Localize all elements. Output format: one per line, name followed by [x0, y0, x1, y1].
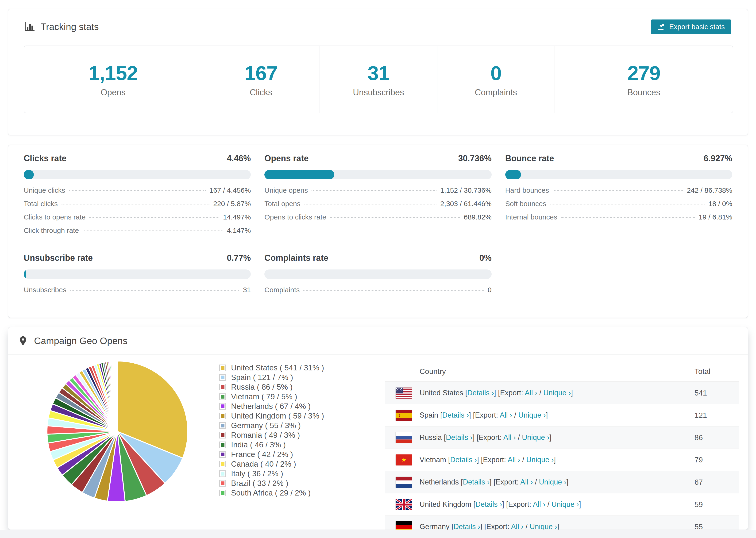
bounce-rate-bar	[505, 170, 732, 179]
geo-title: Campaign Geo Opens	[34, 336, 128, 346]
stat-bounces: 279 Bounces	[555, 46, 733, 113]
stat-opens: 1,152 Opens	[24, 46, 202, 113]
geo-legend: United States ( 541 / 31% ) Spain ( 121 …	[219, 363, 324, 498]
country-total: 55	[694, 522, 703, 530]
stat-unsubscribes: 31 Unsubscribes	[320, 46, 437, 113]
details-link[interactable]: Details ›	[467, 389, 494, 397]
table-row-vietnam: Vietnam [Details ›] [Export: All › / Uni…	[385, 449, 739, 471]
stats-summary-box: 1,152 Opens 167 Clicks 31 Unsubscribes 0…	[24, 45, 733, 113]
details-link[interactable]: Details ›	[463, 478, 490, 486]
us-flag-icon	[396, 388, 412, 399]
export-all-link[interactable]: All ›	[511, 522, 523, 530]
export-unique-link[interactable]: Unique ›	[518, 411, 546, 419]
legend-swatch	[220, 365, 225, 371]
export-basic-stats-button[interactable]: Export basic stats	[651, 20, 731, 34]
complaints-rate-block: Complaints rate 0% Complaints0	[264, 253, 491, 299]
country-total: 79	[694, 456, 703, 464]
campaign-geo-opens-card: Campaign Geo Opens United States ( 541 /…	[8, 327, 748, 530]
opens-rate-block: Opens rate 30.736% Unique opens1,152 / 3…	[264, 153, 491, 240]
netherlands-flag-icon	[396, 477, 412, 488]
export-icon	[657, 23, 665, 31]
legend-swatch	[220, 423, 225, 428]
tracking-stats-header: Tracking stats	[24, 21, 99, 32]
uk-flag-icon	[396, 499, 412, 510]
table-row-united-kingdom: United Kingdom [Details ›] [Export: All …	[385, 493, 739, 516]
legend-item: Italy ( 36 / 2% )	[219, 469, 324, 478]
export-all-link[interactable]: All ›	[500, 411, 512, 419]
details-link[interactable]: Details ›	[446, 433, 473, 442]
details-link[interactable]: Details ›	[454, 522, 480, 530]
legend-item: Russia ( 86 / 5% )	[219, 382, 324, 392]
map-pin-icon	[18, 336, 28, 346]
legend-swatch	[220, 461, 225, 467]
legend-item: United Kingdom ( 59 / 3% )	[219, 411, 324, 421]
export-unique-link[interactable]: Unique ›	[539, 478, 566, 486]
stat-complaints: 0 Complaints	[437, 46, 555, 113]
unsubscribes-count: 31	[367, 62, 390, 85]
details-link[interactable]: Details ›	[442, 411, 469, 419]
export-all-link[interactable]: All ›	[525, 389, 537, 397]
clicks-rate-bar	[24, 170, 251, 179]
table-row-germany: Germany [Details ›] [Export: All › / Uni…	[385, 516, 739, 530]
export-unique-link[interactable]: Unique ›	[552, 500, 579, 509]
legend-swatch	[220, 490, 225, 496]
export-unique-link[interactable]: Unique ›	[522, 433, 549, 442]
geo-country-table: Country Total United States [Details ›] …	[385, 361, 739, 530]
geo-pie-chart	[45, 360, 189, 503]
vietnam-flag-icon	[396, 455, 412, 465]
export-unique-link[interactable]: Unique ›	[530, 522, 557, 530]
legend-swatch	[220, 452, 225, 457]
legend-swatch	[220, 394, 225, 400]
legend-item: Germany ( 55 / 3% )	[219, 421, 324, 430]
opens-count: 1,152	[88, 62, 138, 85]
legend-swatch	[220, 442, 225, 448]
geo-header: Campaign Geo Opens	[8, 327, 748, 355]
legend-swatch	[220, 384, 225, 390]
legend-swatch	[220, 375, 225, 380]
legend-swatch	[220, 413, 225, 419]
russia-flag-icon	[396, 432, 412, 443]
export-unique-link[interactable]: Unique ›	[543, 389, 571, 397]
unsubscribe-rate-block: Unsubscribe rate 0.77% Unsubscribes31	[24, 253, 251, 299]
spain-flag-icon	[396, 410, 412, 421]
complaints-count: 0	[490, 62, 502, 85]
export-all-link[interactable]: All ›	[520, 478, 533, 486]
export-unique-link[interactable]: Unique ›	[526, 456, 554, 464]
legend-item: France ( 42 / 2% )	[219, 450, 324, 459]
clicks-count: 167	[244, 62, 278, 85]
bounce-rate-block: Bounce rate 6.927% Hard bounces242 / 86.…	[505, 153, 732, 240]
details-link[interactable]: Details ›	[450, 456, 477, 464]
opens-rate-bar	[264, 170, 491, 179]
rates-card: Clicks rate 4.46% Unique clicks167 / 4.4…	[8, 144, 748, 318]
export-all-link[interactable]: All ›	[508, 456, 520, 464]
country-total: 541	[694, 389, 707, 398]
legend-swatch	[220, 432, 225, 438]
country-total: 121	[694, 411, 707, 420]
germany-flag-icon	[396, 521, 412, 530]
legend-item: Spain ( 121 / 7% )	[219, 372, 324, 382]
page-background-strip	[0, 530, 756, 538]
table-row-netherlands: Netherlands [Details ›] [Export: All › /…	[385, 471, 739, 493]
page-title: Tracking stats	[41, 22, 99, 32]
complaints-rate-bar	[264, 269, 491, 279]
legend-item: Canada ( 40 / 2% )	[219, 459, 324, 469]
bounces-count: 279	[627, 62, 661, 85]
legend-item: United States ( 541 / 31% )	[219, 363, 324, 372]
export-all-link[interactable]: All ›	[503, 433, 516, 442]
details-link[interactable]: Details ›	[475, 500, 502, 509]
clicks-rate-block: Clicks rate 4.46% Unique clicks167 / 4.4…	[24, 153, 251, 240]
export-all-link[interactable]: All ›	[533, 500, 545, 509]
tracking-stats-card: Tracking stats Export basic stats 1,152 …	[8, 9, 748, 135]
legend-item: Netherlands ( 67 / 4% )	[219, 402, 324, 411]
stat-clicks: 167 Clicks	[202, 46, 320, 113]
table-row-russia: Russia [Details ›] [Export: All › / Uniq…	[385, 426, 739, 449]
legend-swatch	[220, 480, 225, 486]
legend-item: India ( 46 / 3% )	[219, 440, 324, 450]
geo-table-header: Country Total	[385, 361, 739, 382]
legend-swatch	[220, 471, 225, 476]
unsubscribe-rate-bar	[24, 269, 251, 279]
bar-chart-icon	[24, 21, 35, 32]
legend-item: Vietnam ( 79 / 5% )	[219, 392, 324, 402]
legend-item: Romania ( 49 / 3% )	[219, 430, 324, 440]
country-total: 59	[694, 500, 703, 509]
